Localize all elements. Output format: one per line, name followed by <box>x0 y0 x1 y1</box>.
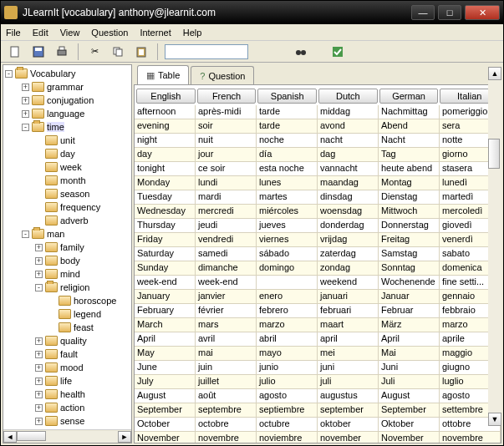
tree-item-label[interactable]: health <box>60 389 85 399</box>
table-cell[interactable]: nacht <box>318 134 379 147</box>
table-row[interactable]: dayjourdíadagTaggiorno <box>135 148 501 162</box>
tree-item[interactable]: +quality <box>3 334 131 347</box>
table-cell[interactable]: night <box>135 134 196 147</box>
tree-item[interactable]: +fault <box>3 347 131 361</box>
column-header[interactable]: Dutch <box>318 89 378 104</box>
table-row[interactable]: AugustaoûtagostoaugustusAugustagosto <box>135 389 501 403</box>
table-cell[interactable]: vendredi <box>196 233 257 246</box>
table-row[interactable]: AprilavrilabrilaprilAprilaprile <box>135 332 501 347</box>
table-cell[interactable]: november <box>318 432 379 443</box>
table-cell[interactable]: domingo <box>257 261 318 275</box>
close-button[interactable]: ✕ <box>465 5 500 20</box>
table-cell[interactable]: soir <box>196 119 257 133</box>
table-row[interactable]: MaymaimayomeiMaimaggio <box>135 347 501 361</box>
table-cell[interactable]: esta noche <box>257 162 318 175</box>
table-row[interactable]: FridayvendrediviernesvrijdagFreitagvener… <box>135 233 501 247</box>
table-cell[interactable]: middag <box>318 105 379 119</box>
save-icon[interactable] <box>29 43 48 61</box>
check-icon[interactable] <box>328 43 347 61</box>
table-cell[interactable]: afternoon <box>135 105 196 119</box>
table-cell[interactable]: Februar <box>379 304 440 317</box>
table-cell[interactable]: april <box>318 332 379 346</box>
table-cell[interactable]: marzo <box>257 318 318 332</box>
tree-item[interactable]: +conjugation <box>3 94 131 107</box>
menu-view[interactable]: View <box>60 28 80 38</box>
table-cell[interactable]: Tuesday <box>135 190 196 204</box>
table-cell[interactable]: Saturday <box>135 247 196 261</box>
tree-item-label[interactable]: conjugation <box>47 95 94 105</box>
table-cell[interactable]: septembre <box>196 403 257 417</box>
menu-file[interactable]: File <box>6 28 21 38</box>
table-cell[interactable]: lunes <box>257 176 318 190</box>
table-cell[interactable]: après-midi <box>196 105 257 119</box>
table-cell[interactable]: evening <box>135 119 196 133</box>
table-cell[interactable]: sábado <box>257 247 318 261</box>
tree-item-label[interactable]: life <box>60 376 72 386</box>
tree-item[interactable]: legend <box>3 307 131 321</box>
table-cell[interactable]: Freitag <box>379 233 440 246</box>
tab-question[interactable]: ?Question <box>191 66 254 84</box>
table-cell[interactable]: samedi <box>196 247 257 261</box>
table-cell[interactable]: enero <box>257 290 318 303</box>
table-row[interactable]: FebruaryfévrierfebrerofebruariFebruarfeb… <box>135 304 501 318</box>
table-row[interactable]: SeptemberseptembreseptiembreseptemberSep… <box>135 403 501 418</box>
tree[interactable]: -Vocabulary+grammar+conjugation+language… <box>3 65 131 429</box>
table-cell[interactable]: October <box>135 418 196 431</box>
table-cell[interactable]: tarde <box>257 105 318 119</box>
tree-item-label[interactable]: horoscope <box>74 296 116 306</box>
maximize-button[interactable]: □ <box>438 5 461 20</box>
toggle-icon[interactable]: + <box>35 244 43 251</box>
scroll-left-icon[interactable]: ◄ <box>3 431 17 443</box>
table-row[interactable]: SaturdaysamedisábadozaterdagSamstagsabat… <box>135 247 501 261</box>
tree-item[interactable]: -man <box>3 227 131 241</box>
table-row[interactable]: NovembernovembrenoviembrenovemberNovembe… <box>135 432 501 443</box>
tree-item[interactable]: adverb <box>3 214 131 227</box>
toggle-icon[interactable]: + <box>35 418 43 425</box>
tree-item-label[interactable]: feast <box>74 322 94 332</box>
paste-icon[interactable] <box>132 43 150 61</box>
table-cell[interactable]: maart <box>318 318 379 332</box>
toggle-icon[interactable]: - <box>35 284 43 291</box>
toggle-icon[interactable]: + <box>35 351 43 358</box>
menu-internet[interactable]: Internet <box>140 28 171 38</box>
table-cell[interactable]: novembre <box>440 432 501 443</box>
table-cell[interactable]: dimanche <box>196 261 257 275</box>
table-cell[interactable]: oktober <box>318 418 379 431</box>
table-cell[interactable]: viernes <box>257 233 318 246</box>
toggle-icon[interactable]: - <box>5 70 13 78</box>
table-row[interactable]: JanuaryjanvierenerojanuariJanuargennaio <box>135 290 501 304</box>
table-cell[interactable]: abril <box>257 332 318 346</box>
table-cell[interactable]: week-end <box>196 276 257 289</box>
table-cell[interactable]: juillet <box>196 375 257 388</box>
table-cell[interactable]: tarde <box>257 119 318 133</box>
table-row[interactable]: SundaydimanchedomingozondagSonntagdomeni… <box>135 261 501 276</box>
table-cell[interactable]: Sonntag <box>379 261 440 275</box>
table-cell[interactable]: Thursday <box>135 219 196 232</box>
scroll-thumb[interactable] <box>17 431 46 441</box>
table-cell[interactable]: Oktober <box>379 418 440 431</box>
table-cell[interactable]: Nachmittag <box>379 105 440 119</box>
table-row[interactable]: WednesdaymercredimiércoleswoensdagMittwo… <box>135 205 501 219</box>
table-cell[interactable]: zaterdag <box>318 247 379 261</box>
scroll-down-icon[interactable]: ▼ <box>488 413 501 426</box>
table-cell[interactable]: dinsdag <box>318 190 379 204</box>
table-cell[interactable]: March <box>135 318 196 332</box>
table-row[interactable]: eveningsoirtardeavondAbendsera <box>135 119 501 134</box>
table-cell[interactable]: janvier <box>196 290 257 303</box>
column-header[interactable]: German <box>379 89 439 104</box>
table-cell[interactable]: novembre <box>196 432 257 443</box>
table-cell[interactable]: jour <box>196 148 257 161</box>
toggle-icon[interactable]: + <box>35 337 43 345</box>
tree-item[interactable]: day <box>3 147 131 160</box>
tree-item-label[interactable]: language <box>47 109 84 119</box>
toggle-icon[interactable]: + <box>22 84 29 91</box>
table-cell[interactable]: day <box>135 148 196 161</box>
table-cell[interactable]: octubre <box>257 418 318 431</box>
tree-item[interactable]: -religion <box>3 281 131 294</box>
table-cell[interactable]: noviembre <box>257 432 318 443</box>
table-cell[interactable]: Wednesday <box>135 205 196 218</box>
table-cell[interactable]: January <box>135 290 196 303</box>
table-row[interactable]: TuesdaymardimartesdinsdagDienstagmartedì <box>135 190 501 205</box>
table-cell[interactable]: noche <box>257 134 318 147</box>
table-cell[interactable]: heute abend <box>379 162 440 175</box>
